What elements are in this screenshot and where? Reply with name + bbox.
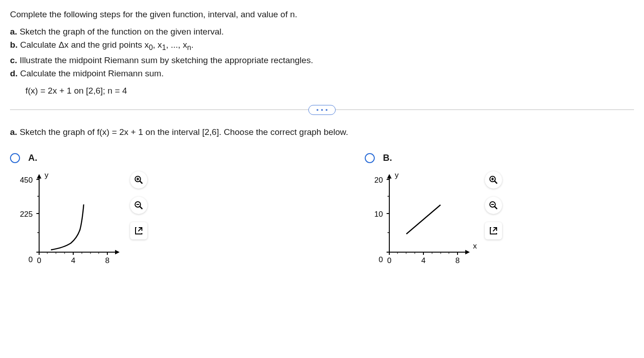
option-a: A. [10, 153, 165, 270]
graph-b-xtick-0: 0 [387, 256, 391, 265]
option-a-graph-block: y x 0 225 450 0 4 8 [10, 170, 165, 270]
popout-button[interactable] [485, 222, 502, 239]
zoom-out-icon [489, 201, 498, 210]
part-b-subn: n [187, 44, 191, 51]
graph-a-xtick-0: 0 [37, 256, 41, 265]
part-b-sub1: 1 [162, 44, 166, 51]
graph-a-ylabel: y [45, 171, 49, 179]
radio-b[interactable] [365, 153, 375, 163]
svg-line-44 [407, 205, 441, 234]
function-definition: f(x) = 2x + 1 on [2,6]; n = 4 [10, 85, 634, 97]
part-a-label: a. [10, 27, 17, 36]
parts-list: a. Sketch the graph of the function on t… [10, 25, 634, 80]
graph-a-xtick-1: 4 [71, 256, 75, 265]
svg-line-23 [140, 207, 143, 209]
part-b-prefix: Calculate Δx and the grid points x [18, 40, 149, 50]
part-c-label: c. [10, 55, 17, 65]
graph-b-ytick-2: 20 [374, 176, 383, 184]
part-a-line: a. Sketch the graph of the function on t… [10, 25, 634, 38]
graph-b-xlabel: x [473, 242, 477, 250]
svg-marker-1 [37, 174, 41, 179]
graph-a: y x 0 225 450 0 4 8 [14, 170, 123, 270]
option-a-label: A. [28, 153, 37, 163]
part-d-text: Calculate the midpoint Riemann sum. [18, 69, 164, 78]
part-a-text: Sketch the graph of the function on the … [17, 27, 224, 36]
part-c-line: c. Illustrate the midpoint Riemann sum b… [10, 54, 634, 67]
graph-b-ytick-1: 10 [374, 210, 383, 219]
popout-icon [489, 227, 498, 235]
graph-b-tools [485, 171, 502, 239]
popout-button[interactable] [130, 222, 147, 239]
graph-b-xtick-1: 4 [421, 256, 425, 265]
part-b-mid1: , x [153, 40, 162, 50]
part-a-prompt-text: Sketch the graph of f(x) = 2x + 1 on the… [17, 127, 348, 137]
graph-b-ylabel: y [395, 171, 399, 179]
graph-a-xtick-2: 8 [105, 256, 109, 265]
zoom-in-button[interactable] [130, 171, 147, 189]
dot-icon [317, 109, 318, 111]
popout-icon [135, 227, 143, 235]
svg-marker-29 [465, 250, 470, 254]
graph-a-ytick-0: 0 [29, 255, 33, 264]
option-b: B. [365, 153, 519, 270]
svg-line-46 [495, 181, 498, 184]
zoom-out-button[interactable] [485, 197, 502, 214]
part-a-prompt-label: a. [10, 127, 17, 137]
zoom-in-icon [489, 175, 498, 184]
part-b-suffix: . [191, 40, 193, 50]
graph-a-ytick-2: 450 [20, 176, 33, 184]
graph-b: y x 0 10 20 0 4 8 [368, 170, 478, 270]
svg-marker-3 [115, 250, 120, 254]
part-b-mid2: , ..., x [166, 40, 187, 50]
svg-line-52 [493, 228, 497, 231]
svg-line-50 [495, 207, 498, 209]
part-b-label: b. [10, 40, 18, 50]
expand-button[interactable] [308, 105, 336, 115]
svg-line-19 [140, 181, 143, 184]
part-d-label: d. [10, 69, 18, 78]
part-a-prompt: a. Sketch the graph of f(x) = 2x + 1 on … [10, 127, 634, 137]
graph-b-ytick-0: 0 [379, 255, 383, 264]
section-divider [10, 109, 634, 110]
dot-icon [321, 109, 323, 111]
zoom-out-icon [134, 201, 143, 210]
part-b-line: b. Calculate Δx and the grid points x0, … [10, 39, 634, 53]
zoom-out-button[interactable] [130, 197, 147, 214]
part-c-text: Illustrate the midpoint Riemann sum by s… [17, 55, 313, 65]
zoom-in-icon [134, 175, 143, 184]
graph-a-ytick-1: 225 [20, 210, 33, 219]
question-stem: Complete the following steps for the giv… [10, 8, 634, 97]
part-d-line: d. Calculate the midpoint Riemann sum. [10, 67, 634, 80]
part-b-sub0: 0 [149, 44, 153, 51]
intro-text: Complete the following steps for the giv… [10, 8, 634, 21]
zoom-in-button[interactable] [485, 171, 502, 189]
svg-marker-27 [387, 174, 392, 179]
option-a-header: A. [10, 153, 165, 163]
dot-icon [326, 109, 327, 111]
svg-line-25 [138, 228, 142, 231]
option-b-header: B. [365, 153, 519, 163]
options-row: A. [10, 153, 634, 270]
graph-b-xtick-2: 8 [455, 256, 459, 265]
option-b-label: B. [383, 153, 392, 163]
radio-a[interactable] [10, 153, 20, 163]
option-b-graph-block: y x 0 10 20 0 4 8 [365, 170, 519, 270]
graph-a-tools [130, 171, 147, 239]
